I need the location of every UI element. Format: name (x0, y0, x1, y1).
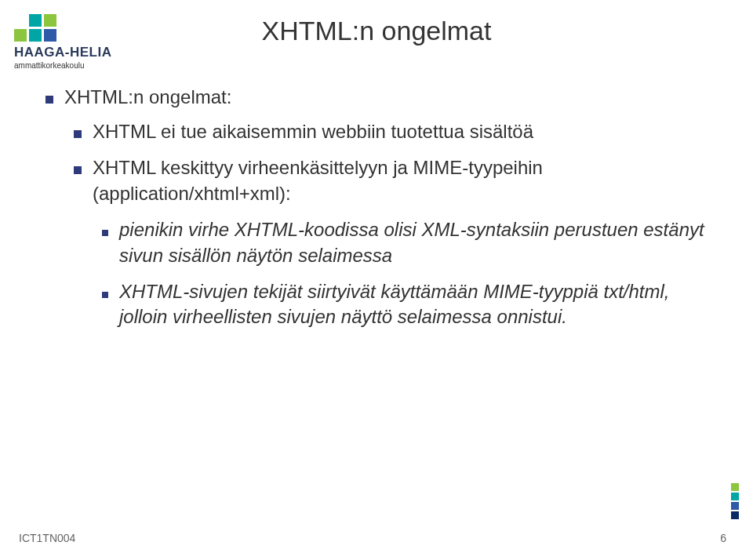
footer-course-code: ICT1TN004 (19, 532, 75, 544)
bullet-icon (45, 96, 53, 104)
bullet-level3: pienikin virhe XHTML-koodissa olisi XML-… (102, 217, 706, 268)
footer-page-number: 6 (720, 532, 726, 544)
bullet-level3: XHTML-sivujen tekijät siirtyivät käyttäm… (102, 279, 706, 330)
bullet-icon (74, 166, 82, 174)
bullet-text: XHTML:n ongelmat: (64, 86, 231, 108)
slide-title: XHTML:n ongelmat (0, 16, 753, 46)
content: XHTML:n ongelmat: XHTML ei tue aikaisemm… (45, 86, 706, 341)
bullet-icon (74, 130, 82, 138)
bullet-level2: XHTML keskittyy virheenkäsittelyyn ja MI… (74, 155, 706, 206)
bullet-text: XHTML ei tue aikaisemmin webbiin tuotett… (93, 119, 533, 144)
bullet-level2: XHTML ei tue aikaisemmin webbiin tuotett… (74, 119, 706, 144)
bullet-icon (102, 230, 108, 236)
bullet-level1: XHTML:n ongelmat: (45, 86, 706, 108)
bullet-text: XHTML keskittyy virheenkäsittelyyn ja MI… (93, 155, 706, 206)
logo-name: HAAGA-HELIA (14, 45, 112, 60)
bullet-text: XHTML-sivujen tekijät siirtyivät käyttäm… (119, 279, 706, 330)
bullet-icon (102, 292, 108, 298)
bullet-text: pienikin virhe XHTML-koodissa olisi XML-… (119, 217, 706, 268)
corner-decoration (731, 483, 739, 519)
logo-subtitle: ammattikorkeakoulu (14, 61, 84, 70)
